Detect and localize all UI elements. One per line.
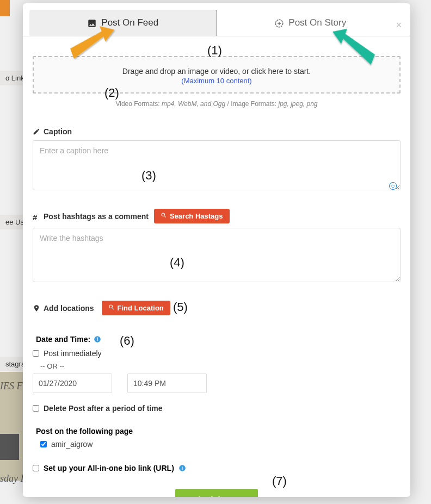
info-icon[interactable]: i [178, 464, 186, 472]
caption-label: Caption [33, 127, 401, 136]
pin-icon [33, 304, 40, 312]
location-label: Add locations [33, 304, 94, 313]
search-icon [161, 212, 167, 220]
media-dropzone[interactable]: Drage and drop an image or video, or cli… [33, 56, 401, 94]
delete-after-checkbox[interactable] [33, 405, 39, 412]
hashtags-input[interactable] [33, 228, 401, 282]
modal-body: Drage and drop an image or video, or cli… [23, 36, 410, 497]
svg-text:i: i [182, 466, 183, 471]
svg-point-1 [389, 182, 396, 189]
bg-handwritten-1: IES F [0, 381, 22, 392]
bio-link-checkbox[interactable] [33, 465, 39, 471]
bg-handwritten-2: sday I [0, 473, 24, 484]
tab-post-on-feed[interactable]: Post On Feed [29, 10, 217, 36]
search-icon [108, 304, 115, 312]
emoji-picker-icon[interactable] [389, 182, 397, 190]
post-page-label: Post on the following page [33, 427, 401, 435]
post-immediately-label: Post immediately [44, 349, 102, 358]
account-row[interactable]: amir_aigrow [40, 440, 401, 449]
delete-after-row[interactable]: Delete Post after a period of time [33, 404, 401, 413]
close-icon[interactable]: × [396, 20, 402, 31]
search-hashtags-button[interactable]: Search Hastags [154, 209, 230, 223]
hashtags-label: # Post hashtags as a comment [33, 212, 149, 221]
tab-bar: Post On Feed Post On Story [23, 3, 410, 36]
svg-point-2 [391, 185, 392, 186]
post-immediately-checkbox[interactable] [33, 350, 39, 357]
svg-text:i: i [97, 337, 98, 342]
bio-link-label: Set up your All-in-one bio link (URL) [44, 464, 174, 472]
bg-orange-strip [0, 0, 10, 16]
svg-point-3 [393, 185, 395, 186]
or-separator: -- OR -- [40, 362, 401, 370]
time-input[interactable] [127, 374, 207, 393]
account-checkbox[interactable] [40, 441, 47, 447]
date-input[interactable] [33, 374, 112, 393]
edit-icon [33, 128, 40, 135]
tab-post-on-story[interactable]: Post On Story [217, 10, 404, 36]
plus-circle-icon [274, 17, 284, 28]
dropzone-max-note: (Maximum 10 content) [34, 77, 399, 85]
info-icon[interactable]: i [94, 335, 101, 343]
account-name: amir_aigrow [51, 440, 93, 449]
caption-input[interactable] [33, 140, 401, 190]
schedule-post-button[interactable]: Schedule Post [175, 489, 257, 497]
hash-icon: # [33, 213, 40, 220]
post-modal: × Post On Feed Post On Story Drage and d… [23, 3, 410, 497]
format-hint: Video Formats: mp4, WebM, and Ogg / Imag… [33, 100, 401, 108]
tab-story-label: Post On Story [288, 17, 346, 28]
delete-after-label: Delete Post after a period of time [44, 404, 163, 413]
datetime-label: Date and Time: i [33, 335, 401, 344]
tab-feed-label: Post On Feed [101, 17, 158, 28]
bio-link-row[interactable]: Set up your All-in-one bio link (URL) i [33, 464, 401, 472]
find-location-button[interactable]: Find Location [102, 301, 170, 315]
dropzone-text: Drage and drop an image or video, or cli… [34, 67, 399, 76]
image-icon [87, 17, 97, 28]
post-immediately-row[interactable]: Post immediately [33, 349, 401, 358]
bg-dark-box [0, 434, 19, 460]
